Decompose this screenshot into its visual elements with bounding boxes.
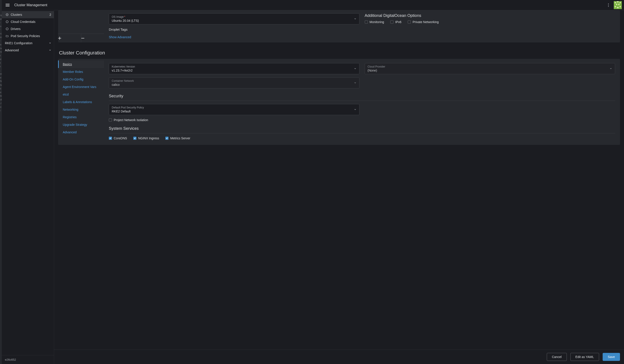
private-networking-checkbox[interactable]: Private Networking [408,20,439,24]
tab-advanced[interactable]: Advanced [58,128,104,136]
off-canvas-code-strip: opav-o'roes:aneniretr.eeeNStsseteol.ro↑ [0,0,2,364]
kubernetes-version-select[interactable]: Kubernetes Version v1.23.7+rke2r2 [109,63,359,74]
svg-rect-8 [618,4,620,5]
checkbox-icon [365,21,368,23]
metrics-server-checkbox[interactable]: Metrics Server [165,136,190,140]
field-value: (None) [368,69,377,72]
ipv6-checkbox[interactable]: IPv6 [390,20,401,24]
sidebar-group-label: RKE1 Configuration [5,41,32,45]
show-advanced-link[interactable]: Show Advanced [109,35,131,39]
checkbox-label: Private Networking [413,20,439,24]
edit-as-yaml-button[interactable]: Edit as YAML [570,353,599,361]
version-footer: e26c652 [2,355,54,364]
checkbox-label: NGINX Ingress [138,136,159,140]
tab-upgrade-strategy[interactable]: Upgrade Strategy [58,121,104,128]
sidebar-item-cloud-credentials[interactable]: Cloud Credentials [2,18,54,25]
svg-point-13 [7,14,8,15]
tab-add-on-config[interactable]: Add-On Config [58,76,104,83]
save-button[interactable]: Save [603,353,620,361]
svg-point-0 [608,3,609,4]
svg-point-1 [608,5,609,5]
sidebar-group-advanced[interactable]: Advanced [2,47,54,54]
checkbox-icon [165,137,168,140]
svg-point-2 [608,6,609,7]
sidebar-item-label: Clusters [11,13,22,17]
field-label: OS Image* [112,15,357,19]
svg-rect-7 [616,4,617,5]
chevron-down-icon [354,18,357,20]
credentials-icon [5,21,9,23]
sidebar-item-label: Cloud Credentials [11,20,35,23]
svg-rect-6 [617,1,619,2]
project-network-isolation-checkbox[interactable]: Project Network Isolation [109,118,615,122]
svg-rect-5 [620,2,621,3]
checkbox-icon [133,137,136,140]
field-value: Ubuntu 20.04 (LTS) [112,19,139,23]
checkbox-label: IPv6 [395,20,401,24]
checkbox-icon [109,137,112,140]
field-label: Kubernetes Version [112,65,357,68]
svg-point-15 [6,28,8,30]
avatar[interactable] [614,1,622,9]
cloud-provider-select[interactable]: Cloud Provider (None) [365,63,615,74]
main-content: OS Image* Ubuntu 20.04 (LTS) Droplet Tag… [54,10,624,364]
pool-count-stepper [58,34,104,43]
security-heading: Security [109,94,615,101]
checkbox-icon [408,21,411,23]
cluster-configuration-heading: Cluster Configuration [58,48,620,59]
additional-options-heading: Additional DigitalOcean Options [365,13,615,18]
checkbox-icon [390,21,393,23]
monitoring-checkbox[interactable]: Monitoring [365,20,384,24]
sidebar: Clusters 2 Cloud Credentials Drivers Pod… [2,10,54,364]
cancel-button[interactable]: Cancel [547,353,567,361]
system-services-heading: System Services [109,126,615,133]
sidebar-item-pod-security-policies[interactable]: Pod Security Policies [2,32,54,40]
field-label: Cloud Provider [368,65,612,68]
tab-registries[interactable]: Registries [58,113,104,121]
sidebar-item-drivers[interactable]: Drivers [2,25,54,32]
field-value: calico [112,83,120,87]
kebab-icon [608,3,609,7]
remove-pool-button[interactable] [81,34,104,43]
checkbox-label: Metrics Server [170,136,190,140]
droplet-tags-heading: Droplet Tags [109,27,359,31]
sidebar-group-label: Advanced [5,48,19,52]
container-network-select[interactable]: Container Network calico [109,77,359,89]
tab-labels-annotations[interactable]: Labels & Annotations [58,98,104,106]
tab-member-roles[interactable]: Member Roles [58,68,104,76]
svg-point-14 [6,21,8,23]
checkbox-icon [109,118,112,122]
hamburger-menu-button[interactable] [4,2,11,8]
drivers-icon [5,27,9,30]
os-image-select[interactable]: OS Image* Ubuntu 20.04 (LTS) [109,13,359,24]
field-label: Default Pod Security Policy [112,106,357,109]
nginx-ingress-checkbox[interactable]: NGINX Ingress [133,136,159,140]
tab-etcd[interactable]: etcd [58,91,104,98]
checkbox-label: Project Network Isolation [114,118,148,122]
clusters-count-badge: 2 [50,13,51,17]
chevron-down-icon [354,108,357,111]
page-title: Cluster Management [14,3,47,7]
field-label: Container Network [112,79,357,82]
sidebar-group-rke1-configuration[interactable]: RKE1 Configuration [2,40,54,47]
tab-networking[interactable]: Networking [58,106,104,113]
default-pod-security-policy-select[interactable]: Default Pod Security Policy RKE2 Default [109,104,359,115]
svg-rect-9 [615,6,616,7]
chevron-down-icon [610,67,612,70]
sidebar-item-label: Drivers [11,27,21,31]
tab-basics[interactable]: Basics [58,60,104,68]
checkbox-label: Monitoring [370,20,384,24]
clusters-icon [5,13,9,16]
config-tabs: Basics Member Roles Add-On Config Agent … [58,59,104,145]
sidebar-item-clusters[interactable]: Clusters 2 [2,11,54,18]
field-value: RKE2 Default [112,110,131,113]
chevron-down-icon [49,42,51,44]
header-actions-menu[interactable] [605,2,612,8]
node-pool-panel: OS Image* Ubuntu 20.04 (LTS) Droplet Tag… [58,10,620,43]
folder-icon [5,35,9,37]
app-header: Cluster Management [2,0,624,10]
sidebar-item-label: Pod Security Policies [11,34,40,38]
coredns-checkbox[interactable]: CoreDNS [109,136,127,140]
add-pool-button[interactable] [58,34,81,43]
tab-agent-environment-vars[interactable]: Agent Environment Vars [58,83,104,91]
